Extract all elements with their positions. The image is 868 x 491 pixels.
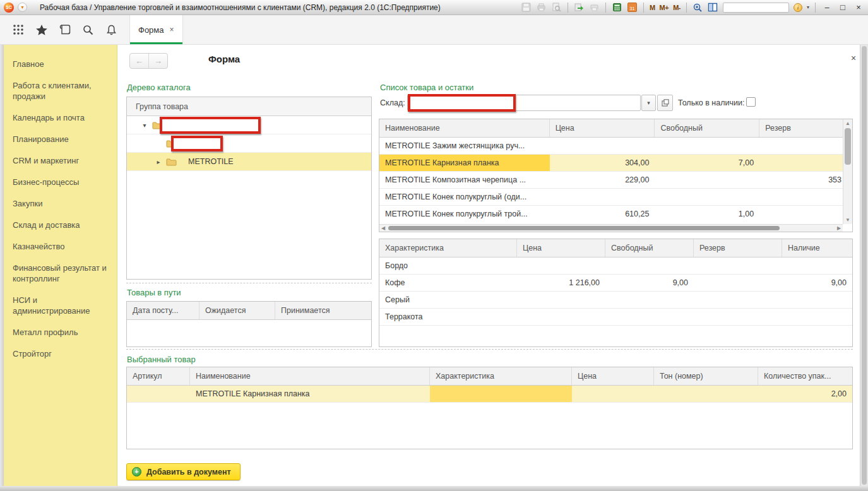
characteristic-row[interactable]: Терракота [379,309,852,326]
scroll-left-icon[interactable]: ◀ [379,225,387,232]
column-header[interactable]: Характеристика [430,367,572,385]
column-header[interactable]: Дата посту... [127,302,199,319]
memory-add-button[interactable]: M+ [660,4,669,11]
characteristic-price-cell[interactable] [517,309,605,325]
bell-icon[interactable] [100,15,123,44]
column-header[interactable]: Свободный [605,239,694,257]
selected-product-row[interactable]: METROTILE Карнизная планка 2,00 [127,386,852,403]
characteristic-name-cell[interactable]: Терракота [379,309,517,325]
only-available-checkbox[interactable] [746,97,756,107]
form-close-icon[interactable]: × [848,53,859,63]
tone-cell[interactable] [654,386,758,402]
characteristic-reserve-cell[interactable] [694,292,782,308]
split-view-icon[interactable] [708,2,718,13]
characteristic-cell[interactable] [430,386,572,402]
tree-collapse-icon[interactable]: ▸ [155,158,162,165]
sidebar-item-crm-i-marketing[interactable]: CRM и маркетинг [13,150,107,172]
sidebar-item-metall-profil[interactable]: Металл профиль [13,322,107,343]
calculator-icon[interactable] [612,2,622,13]
column-header[interactable]: Характеристика [379,239,517,257]
column-header[interactable]: Свободный [655,119,759,137]
characteristic-available-cell[interactable] [782,257,852,274]
product-price-cell[interactable] [550,189,655,205]
scroll-down-icon[interactable]: ▼ [843,216,852,224]
column-header[interactable]: Артикул [127,367,190,385]
close-window-button[interactable]: × [853,2,864,13]
forward-button[interactable]: → [149,54,167,68]
product-row[interactable]: METROTILE Конек полукруглый трой... 610,… [379,206,843,222]
history-icon[interactable] [53,15,76,44]
characteristic-price-cell[interactable]: 1 216,00 [517,275,605,291]
product-reserve-cell[interactable]: 353 [759,172,843,188]
product-row[interactable]: METROTILE Конек полукруглый (оди... [379,189,843,206]
print-preview-icon[interactable] [551,2,562,13]
sidebar-item-nsi-i-administrirovanie[interactable]: НСИ и администрирование [13,290,107,322]
back-button[interactable]: ← [130,54,149,68]
star-icon[interactable] [30,15,53,44]
product-reserve-cell[interactable] [759,155,843,171]
characteristic-row[interactable]: Серый [379,292,852,309]
characteristic-reserve-cell[interactable] [694,257,782,274]
product-row-selected[interactable]: METROTILE Карнизная планка 304,00 7,00 [379,155,843,172]
info-button[interactable]: i [794,3,802,12]
sidebar-item-stroytorg[interactable]: Стройторг [13,343,107,365]
print-icon[interactable] [536,2,547,13]
characteristic-free-cell[interactable] [605,292,694,308]
sidebar-item-biznes-processy[interactable]: Бизнес-процессы [13,172,107,193]
product-free-cell[interactable] [655,138,759,154]
calendar-icon[interactable]: 31 [627,2,638,13]
products-vertical-scrollbar[interactable]: ▲ ▼ [843,119,852,224]
characteristic-name-cell[interactable]: Серый [379,292,517,308]
characteristic-available-cell[interactable] [782,309,852,325]
product-free-cell[interactable]: 7,00 [655,155,759,171]
product-row[interactable]: METROTILE Композитная черепица ... 229,0… [379,172,843,189]
product-name-cell[interactable]: METROTILE Конек полукруглый трой... [379,206,550,222]
scroll-right-icon[interactable]: ▶ [835,225,843,232]
article-cell[interactable] [127,386,190,402]
column-header[interactable]: Количество упак... [758,367,852,385]
memory-recall-button[interactable]: M [650,4,655,11]
products-horizontal-scrollbar[interactable]: ◀ ▶ [379,224,843,232]
maximize-button[interactable]: □ [837,2,848,13]
column-header[interactable]: Принимается [275,302,371,319]
quick-search-field[interactable] [723,3,789,13]
product-name-cell[interactable]: METROTILE Карнизная планка [379,155,550,171]
column-header[interactable]: Ожидается [199,302,275,319]
sidebar-item-kalendar-i-pochta[interactable]: Календарь и почта [13,107,107,129]
apps-grid-icon[interactable] [6,15,30,44]
sidebar-item-rabota-s-klientami[interactable]: Работа с клиентами, продажи [13,75,107,107]
sidebar-item-zakupki[interactable]: Закупки [13,193,107,215]
product-reserve-cell[interactable] [759,138,843,154]
tree-row-metrotile[interactable]: ▸ METROTILE [127,153,371,171]
product-price-cell[interactable]: 229,00 [550,172,655,188]
column-header[interactable]: Цена [572,367,654,385]
characteristic-free-cell[interactable] [605,309,694,325]
name-cell[interactable]: METROTILE Карнизная планка [190,386,430,402]
product-reserve-cell[interactable] [759,206,843,222]
product-price-cell[interactable] [550,138,655,154]
minimize-button[interactable]: – [821,2,833,13]
column-header[interactable]: Резерв [694,239,782,257]
column-header[interactable]: Наименование [379,119,550,137]
quantity-cell[interactable]: 2,00 [758,386,852,402]
characteristic-reserve-cell[interactable] [694,275,782,291]
product-price-cell[interactable]: 304,00 [550,155,655,171]
sidebar-item-glavnoe[interactable]: Главное [13,54,107,75]
column-header[interactable]: Цена [550,119,655,137]
link-icon[interactable] [574,2,585,13]
tree-expand-icon[interactable]: ▾ [141,122,148,129]
sidebar-item-kaznacheystvo[interactable]: Казначейство [13,236,107,257]
tree-row-child[interactable] [127,134,371,153]
memory-subtract-button[interactable]: M- [673,4,681,11]
characteristic-price-cell[interactable] [517,292,605,308]
characteristic-available-cell[interactable] [782,292,852,308]
search-icon[interactable] [76,15,100,44]
scroll-up-icon[interactable]: ▲ [843,119,852,127]
price-cell[interactable] [572,386,654,402]
column-header[interactable]: Наименование [190,367,430,385]
characteristic-available-cell[interactable]: 9,00 [782,275,852,291]
product-name-cell[interactable]: METROTILE Конек полукруглый (оди... [379,189,550,205]
warehouse-dropdown-button[interactable]: ▾ [641,95,656,111]
zoom-icon[interactable] [693,2,703,13]
product-reserve-cell[interactable] [759,189,843,205]
